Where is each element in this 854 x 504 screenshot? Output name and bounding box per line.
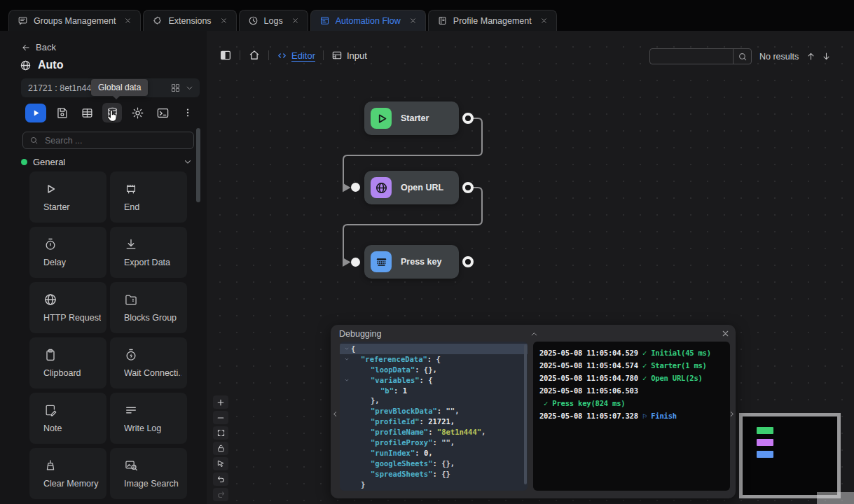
fold-gutter[interactable] — [342, 450, 351, 456]
fold-gutter[interactable] — [342, 440, 351, 446]
block-label: Image Search — [124, 479, 181, 489]
json-line: "prevBlockData": "", — [340, 406, 528, 416]
node-press-key[interactable]: Press key — [364, 245, 459, 279]
close-icon[interactable] — [124, 17, 132, 24]
table-button[interactable] — [77, 103, 97, 122]
json-line: "profileName": "8et1n444", — [340, 427, 528, 438]
collapse-chevron-up-icon[interactable] — [530, 330, 539, 339]
fold-gutter[interactable] — [342, 398, 351, 404]
sidebar-scrollbar[interactable] — [196, 128, 200, 202]
fold-gutter[interactable] — [342, 388, 351, 394]
zoom-in-button[interactable] — [213, 396, 228, 409]
output-port[interactable] — [462, 182, 474, 193]
node-starter[interactable]: Starter — [364, 102, 459, 135]
section-general[interactable]: General — [0, 155, 207, 169]
block-wait-connecti[interactable]: Wait Connecti... — [110, 337, 187, 388]
fold-gutter[interactable] — [342, 419, 351, 425]
input-port[interactable] — [351, 258, 360, 267]
tab-logs[interactable]: Logs — [239, 10, 308, 31]
tab-automation-icon — [319, 15, 330, 26]
block-note[interactable]: Note — [29, 393, 106, 444]
block-search-input[interactable] — [43, 135, 187, 146]
log-line: ✓ Press key(824 ms) — [539, 397, 730, 410]
close-icon[interactable] — [540, 17, 548, 24]
chevron-down-icon[interactable] — [183, 157, 193, 167]
close-icon[interactable] — [409, 17, 417, 24]
minimap-viewport[interactable] — [817, 492, 854, 504]
lock-button[interactable] — [213, 442, 228, 455]
block-starter[interactable]: Starter — [29, 172, 106, 223]
app-window: Groups Management Extensions Logs Automa… — [0, 0, 854, 504]
node-label: Starter — [401, 113, 429, 123]
output-port[interactable] — [462, 113, 474, 124]
fold-chevron-icon[interactable] — [342, 356, 351, 363]
unlock-icon — [216, 444, 226, 453]
debug-panel-header[interactable]: Debugging — [331, 325, 736, 342]
fold-gutter[interactable] — [342, 367, 351, 373]
fold-gutter[interactable] — [342, 482, 351, 488]
tab-label: Extensions — [168, 16, 211, 26]
tab-extensions[interactable]: Extensions — [143, 10, 236, 31]
output-port[interactable] — [462, 256, 474, 267]
undo-button[interactable] — [213, 472, 228, 486]
globe-icon — [20, 59, 32, 71]
cursor-select-icon — [216, 459, 226, 468]
fold-chevron-icon[interactable] — [342, 377, 351, 384]
fold-gutter[interactable] — [342, 408, 351, 414]
node-open-url[interactable]: Open URL — [364, 171, 459, 204]
tab-profile-management[interactable]: Profile Management — [428, 10, 557, 31]
node-label: Press key — [401, 257, 441, 267]
tab-automation-flow[interactable]: Automation Flow — [310, 10, 426, 31]
timer-bolt-icon — [124, 348, 138, 362]
block-export-data[interactable]: Export Data — [110, 227, 187, 278]
close-icon[interactable] — [220, 17, 228, 24]
close-icon[interactable] — [291, 17, 299, 24]
panel-scroll-left-icon[interactable] — [331, 410, 339, 418]
block-end[interactable]: End — [110, 172, 187, 223]
minimap-node — [757, 439, 773, 446]
fit-view-button[interactable] — [213, 426, 228, 440]
json-line-content: "spreadSheets": {} — [351, 469, 450, 479]
close-icon[interactable] — [721, 329, 730, 338]
block-label: Wait Connecti... — [124, 368, 181, 378]
fold-gutter[interactable] — [342, 461, 351, 467]
json-line: } — [340, 479, 528, 490]
block-label: Clear Memory — [43, 479, 101, 489]
fold-gutter[interactable] — [342, 471, 351, 477]
json-line-content: }, — [351, 396, 380, 406]
debug-log[interactable]: 2025-05-08 11:05:04.529 ✓ Initial(45 ms)… — [533, 342, 730, 491]
fold-gutter[interactable] — [342, 429, 351, 435]
debug-json[interactable]: { "referenceData": { "loopData": {}, "va… — [340, 342, 528, 491]
block-delay[interactable]: Delay — [29, 227, 106, 278]
workflow-title-label: Auto — [38, 59, 63, 71]
flow-canvas[interactable]: Editor Input No results Starter — [207, 31, 854, 504]
global-data-button[interactable] — [102, 103, 122, 122]
tab-label: Logs — [264, 16, 283, 26]
run-button[interactable] — [25, 104, 46, 122]
select-mode-button[interactable] — [213, 457, 228, 470]
minimap-expand-chevron-icon[interactable] — [728, 410, 736, 418]
zoom-out-button[interactable] — [213, 411, 228, 424]
tab-groups-management[interactable]: Groups Management — [8, 10, 141, 31]
tab-label: Automation Flow — [336, 16, 401, 26]
block-clear-memory[interactable]: Clear Memory — [29, 448, 106, 499]
apps-grid-icon[interactable] — [170, 83, 181, 93]
block-clipboard[interactable]: Clipboard — [29, 337, 106, 388]
block-blocks-group[interactable]: Blocks Group — [110, 282, 187, 333]
settings-button[interactable] — [128, 103, 147, 122]
minimap[interactable] — [739, 413, 841, 498]
block-write-log[interactable]: Write Log — [110, 393, 187, 444]
fit-view-icon — [216, 428, 226, 438]
back-button[interactable]: Back — [21, 42, 56, 52]
block-image-search[interactable]: Image Search — [110, 448, 187, 499]
save-button[interactable] — [52, 103, 71, 122]
tab-groups-icon — [18, 15, 28, 26]
block-http-request[interactable]: HTTP Request — [29, 282, 106, 333]
redo-button[interactable] — [213, 488, 228, 501]
terminal-button[interactable] — [153, 103, 172, 122]
json-line-content: "b": 1 — [351, 386, 407, 396]
fold-chevron-icon[interactable] — [342, 346, 351, 352]
input-port[interactable] — [351, 183, 360, 192]
more-button[interactable] — [178, 103, 198, 122]
undo-icon — [216, 475, 226, 484]
